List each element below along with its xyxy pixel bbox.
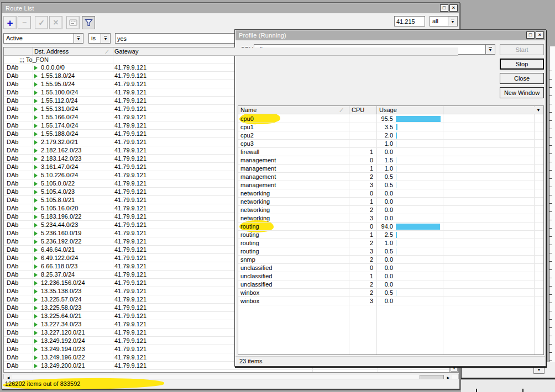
new-window-button[interactable]: New Window — [500, 87, 544, 98]
profile-row[interactable]: firewall10.0 — [238, 148, 543, 156]
profile-row[interactable]: management20.5 — [238, 173, 543, 181]
process-cpu: 1 — [349, 272, 373, 280]
route-gateway: 41.79.9.121 — [114, 337, 146, 345]
route-flags: DAb — [7, 130, 18, 138]
profile-row[interactable]: routing21.0 — [238, 239, 543, 247]
profile-row[interactable]: snmp20.0 — [238, 256, 543, 264]
route-gateway: 41.79.9.121 — [114, 179, 146, 188]
add-route-button[interactable]: + — [3, 16, 17, 29]
cross-icon: × — [53, 18, 58, 27]
profile-title: Profile (Running) — [239, 32, 286, 39]
profile-row[interactable]: networking10.0 — [238, 198, 543, 206]
process-name: routing — [240, 223, 259, 231]
route-flags: DAb — [7, 254, 18, 262]
comment-route-button[interactable] — [66, 16, 80, 29]
routing-table-dropdown-button[interactable]: ▼ — [448, 16, 458, 27]
filter-field-select[interactable]: Active — [3, 33, 74, 44]
profile-maximize-button[interactable]: □ — [526, 31, 535, 39]
process-cpu: 2 — [349, 280, 373, 289]
column-divider — [443, 106, 443, 114]
column-header-gateway[interactable]: Gateway — [114, 47, 138, 56]
profile-row[interactable]: networking30.0 — [238, 214, 543, 223]
usage-bar — [396, 157, 396, 163]
column-header-usage[interactable]: Usage — [379, 106, 397, 114]
route-active-icon — [34, 240, 38, 244]
column-selector-button[interactable]: ▼ — [534, 107, 543, 114]
profile-row[interactable]: routing30.5 — [238, 247, 543, 256]
chevron-down-icon: ▼ — [489, 47, 493, 52]
cpu-select-dropdown-button[interactable]: ▼ — [485, 44, 495, 55]
route-active-icon — [34, 165, 38, 169]
profile-row[interactable]: unclassified20.0 — [238, 280, 543, 289]
sort-indicator-icon: ∕ — [341, 106, 342, 114]
routing-table-select[interactable]: all — [430, 16, 448, 27]
column-header-flags[interactable] — [7, 47, 29, 56]
route-list-maximize-button[interactable]: □ — [440, 4, 448, 12]
route-lookup-field[interactable] — [394, 16, 425, 27]
process-usage: 2.5 — [374, 231, 393, 239]
profile-row[interactable]: routing094.0 — [238, 223, 543, 231]
route-list-titlebar[interactable]: Route List — [2, 3, 459, 13]
profile-close-button[interactable]: × — [536, 31, 544, 39]
route-dst-address: 5.236.192.0/22 — [41, 237, 81, 246]
route-dst-address: 5.10.226.0/24 — [41, 171, 78, 179]
usage-bar — [396, 240, 396, 246]
remove-route-button[interactable]: − — [18, 16, 31, 29]
profile-row[interactable]: management30.5 — [238, 181, 543, 189]
route-flags: DAb — [7, 320, 18, 329]
filter-operator-select[interactable]: is — [88, 33, 101, 44]
profile-row[interactable]: cpu22.0 — [238, 131, 543, 140]
route-dst-address: 3.161.47.0/24 — [41, 163, 78, 171]
start-button[interactable]: Start — [500, 44, 544, 55]
disable-route-button[interactable]: × — [49, 16, 62, 29]
maximize-icon: □ — [529, 32, 532, 38]
route-gateway: 41.79.9.121 — [114, 113, 146, 121]
profile-row[interactable]: networking20.0 — [238, 206, 543, 214]
route-flags: DAb — [7, 179, 18, 188]
process-name: winbox — [240, 289, 259, 297]
column-header-name[interactable]: Name — [240, 106, 256, 114]
usage-bar — [396, 290, 396, 296]
route-count-status: 126202 items out of 833592 — [2, 380, 80, 387]
route-flags: DAb — [7, 213, 18, 221]
profile-titlebar[interactable]: Profile (Running) — [235, 30, 545, 40]
route-dst-address: 1.55.166.0/24 — [41, 113, 78, 121]
filter-field-dropdown-button[interactable]: ▼ — [74, 33, 83, 44]
route-gateway: 41.79.9.121 — [114, 171, 146, 179]
profile-row[interactable]: routing12.5 — [238, 231, 543, 239]
process-name: cpu0 — [240, 115, 254, 123]
process-name: snmp — [240, 256, 255, 264]
route-list-title: Route List — [6, 5, 34, 12]
route-list-close-button[interactable]: × — [449, 4, 458, 12]
route-active-icon — [34, 115, 38, 120]
process-name: cpu1 — [240, 123, 254, 131]
close-button[interactable]: Close — [500, 73, 544, 84]
profile-row[interactable]: cpu13.5 — [238, 123, 543, 131]
route-dst-address: 2.182.162.0/23 — [41, 146, 81, 155]
process-usage: 0.0 — [374, 206, 393, 214]
profile-row[interactable]: networking00.0 — [238, 189, 543, 198]
route-gateway: 41.79.9.121 — [114, 155, 146, 163]
desktop: ▼ Route List □ × + − ✓ × — [0, 0, 555, 392]
profile-row[interactable]: winbox30.0 — [238, 297, 543, 305]
profile-row[interactable]: cpu31.0 — [238, 140, 543, 148]
stop-button[interactable]: Stop — [500, 59, 544, 70]
profile-row[interactable]: management11.0 — [238, 165, 543, 173]
column-header-cpu[interactable]: CPU — [352, 106, 364, 114]
profile-row[interactable]: cpu095.5 — [238, 115, 543, 123]
filter-button[interactable] — [82, 16, 95, 29]
routing-table-value: all — [432, 18, 438, 24]
profile-row[interactable]: winbox20.5 — [238, 289, 543, 297]
filter-operator-dropdown-button[interactable]: ▼ — [101, 33, 111, 44]
profile-row[interactable]: management01.5 — [238, 156, 543, 165]
route-active-icon — [34, 356, 38, 360]
process-cpu: 3 — [349, 214, 373, 223]
column-header-dst-address[interactable]: Dst. Address — [34, 47, 69, 56]
enable-route-button[interactable]: ✓ — [35, 16, 48, 29]
column-divider — [376, 106, 377, 114]
route-flags: DAb — [7, 246, 18, 254]
profile-row[interactable]: unclassified00.0 — [238, 264, 543, 272]
route-dst-address: 13.227.120.0/21 — [41, 329, 85, 337]
route-active-icon — [34, 132, 38, 136]
profile-row[interactable]: unclassified10.0 — [238, 272, 543, 280]
